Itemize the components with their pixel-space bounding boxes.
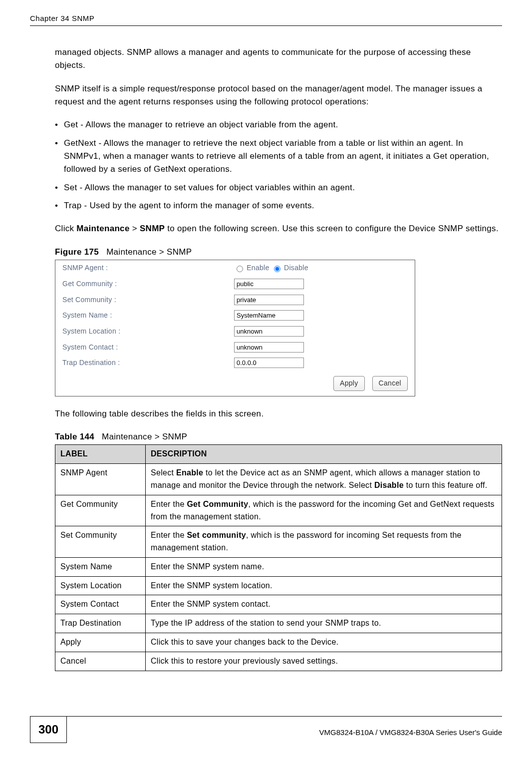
table-desc-cell: Click this to save your changes back to … (146, 633, 502, 652)
table-desc-cell: Select Enable to let the Device act as a… (146, 464, 502, 495)
table-label-cell: Trap Destination (55, 614, 146, 633)
table-desc-cell: Enter the SNMP system name. (146, 557, 502, 576)
table-row: SNMP Agent Select Enable to let the Devi… (55, 464, 502, 495)
paragraph: SNMP itself is a simple request/response… (55, 82, 502, 109)
click-instruction: Click Maintenance > SNMP to open the fol… (55, 222, 502, 235)
form-label: System Contact : (55, 340, 227, 356)
figure-caption: Figure 175 Maintenance > SNMP (55, 246, 502, 259)
bullet-dot: • (55, 199, 64, 212)
table-row: Apply Click this to save your changes ba… (55, 633, 502, 652)
system-contact-input[interactable] (234, 342, 304, 353)
table-label-cell: Set Community (55, 526, 146, 558)
table-row: System Location Enter the SNMP system lo… (55, 576, 502, 595)
table-label-cell: SNMP Agent (55, 464, 146, 495)
apply-button[interactable]: Apply (333, 376, 365, 391)
text: Click (55, 224, 76, 233)
table-header: DESCRIPTION (146, 445, 502, 464)
system-name-input[interactable] (234, 310, 304, 321)
text: to open the following screen. Use this s… (165, 224, 499, 233)
figure-title: Maintenance > SNMP (106, 247, 192, 257)
form-label: SNMP Agent : (55, 260, 227, 276)
bullet-text: Trap - Used by the agent to inform the m… (64, 199, 502, 212)
table-desc-cell: Type the IP address of the station to se… (146, 614, 502, 633)
trap-destination-input[interactable] (234, 358, 304, 368)
table-label-cell: System Name (55, 557, 146, 576)
table-row: Trap Destination Type the IP address of … (55, 614, 502, 633)
system-location-input[interactable] (234, 326, 304, 337)
enable-radio[interactable] (237, 266, 243, 272)
form-label: Trap Destination : (55, 355, 227, 371)
table-row: Cancel Click this to restore your previo… (55, 652, 502, 671)
form-label: Get Community : (55, 276, 227, 292)
table-row: Get Community Enter the Get Community, w… (55, 495, 502, 526)
snmp-form-screenshot: SNMP Agent : Enable Disable Get Communit… (55, 260, 415, 396)
table-row: Set Community Enter the Set community, w… (55, 526, 502, 558)
footer-guide-name: VMG8324-B10A / VMG8324-B30A Series User'… (67, 723, 502, 737)
table-desc-cell: Enter the Get Community, which is the pa… (146, 495, 502, 526)
form-label: System Name : (55, 308, 227, 324)
table-row: System Contact Enter the SNMP system con… (55, 595, 502, 614)
table-label-cell: Get Community (55, 495, 146, 526)
bullet-text: GetNext - Allows the manager to retrieve… (64, 137, 502, 176)
table-desc-cell: Enter the SNMP system location. (146, 576, 502, 595)
radio-label: Enable (247, 264, 269, 272)
get-community-input[interactable] (234, 279, 304, 289)
table-label-cell: System Contact (55, 595, 146, 614)
table-desc-cell: Enter the Set community, which is the pa… (146, 526, 502, 558)
table-number: Table 144 (55, 432, 94, 441)
table-desc-cell: Click this to restore your previously sa… (146, 652, 502, 671)
bold-text: SNMP (140, 224, 165, 233)
bullet-list: •Get - Allows the manager to retrieve an… (55, 118, 502, 212)
table-intro: The following table describes the fields… (55, 407, 502, 420)
description-table: LABEL DESCRIPTION SNMP Agent Select Enab… (55, 444, 502, 671)
set-community-input[interactable] (234, 295, 304, 305)
table-label-cell: System Location (55, 576, 146, 595)
table-label-cell: Apply (55, 633, 146, 652)
chapter-header: Chapter 34 SNMP (30, 14, 502, 25)
paragraph: managed objects. SNMP allows a manager a… (55, 46, 502, 72)
table-row: System Name Enter the SNMP system name. (55, 557, 502, 576)
text: > (130, 224, 140, 233)
bullet-text: Set - Allows the manager to set values f… (64, 181, 502, 194)
bullet-dot: • (55, 181, 64, 194)
page-number: 300 (30, 717, 67, 743)
table-header: LABEL (55, 445, 146, 464)
figure-number: Figure 175 (55, 247, 99, 257)
table-title: Maintenance > SNMP (102, 432, 187, 441)
table-caption: Table 144 Maintenance > SNMP (55, 430, 502, 443)
table-desc-cell: Enter the SNMP system contact. (146, 595, 502, 614)
radio-label: Disable (284, 264, 308, 272)
bullet-text: Get - Allows the manager to retrieve an … (64, 118, 502, 131)
disable-radio[interactable] (274, 266, 280, 272)
bullet-dot: • (55, 137, 64, 176)
table-label-cell: Cancel (55, 652, 146, 671)
cancel-button[interactable]: Cancel (372, 376, 408, 391)
bold-text: Maintenance (76, 224, 129, 233)
bullet-dot: • (55, 118, 64, 131)
form-label: Set Community : (55, 292, 227, 308)
form-label: System Location : (55, 324, 227, 340)
